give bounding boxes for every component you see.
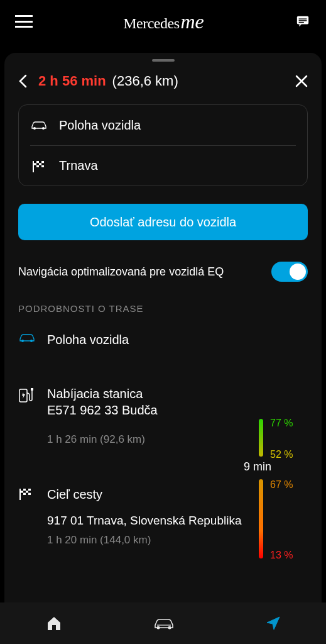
battery-after-charge-pct: 67 % (270, 479, 293, 491)
logo-text-b: me (180, 10, 204, 33)
svg-rect-17 (31, 388, 33, 391)
eq-toggle-label: Navigácia optimalizovaná pre vozidlá EQ (18, 265, 271, 279)
details-section-title: PODROBNOSTI O TRASE (4, 303, 322, 331)
charger-icon (18, 386, 37, 403)
svg-rect-6 (33, 161, 34, 172)
detail-dest-title: Cieľ cesty (47, 486, 245, 502)
car-icon (30, 120, 48, 130)
svg-rect-1 (299, 18, 307, 19)
bottom-nav (0, 602, 326, 644)
app-logo: Mercedes me (123, 10, 204, 33)
route-to-label: Trnava (59, 158, 98, 173)
trip-distance: (236,6 km) (112, 73, 178, 89)
svg-point-14 (21, 340, 24, 342)
svg-rect-10 (36, 163, 39, 165)
svg-rect-18 (19, 489, 21, 500)
svg-rect-8 (34, 161, 36, 163)
detail-start-title: Poloha vozidla (47, 331, 245, 348)
detail-charge-leg: 1 h 26 min (92,6 km) (47, 433, 245, 446)
logo-text-a: Mercedes (123, 15, 179, 32)
svg-point-15 (30, 340, 33, 342)
send-to-vehicle-button[interactable]: Odoslať adresu do vozidla (18, 204, 308, 240)
detail-dest-address: 917 01 Trnava, Slovenská Republika (47, 514, 245, 528)
messages-button[interactable] (295, 14, 311, 28)
back-button[interactable] (18, 74, 27, 88)
battery-arrive-charge-pct: 52 % (270, 449, 293, 460)
route-inputs: Poloha vozidla Trnava (18, 104, 308, 186)
svg-rect-11 (41, 163, 44, 165)
svg-rect-21 (26, 489, 28, 491)
car-icon (18, 331, 37, 343)
eq-toggle[interactable] (271, 262, 308, 282)
route-from-row[interactable]: Poloha vozidla (30, 105, 296, 145)
battery-arrive-dest-pct: 13 % (270, 550, 293, 561)
drag-handle[interactable] (152, 59, 175, 62)
svg-rect-13 (39, 165, 41, 167)
battery-start-pct: 77 % (270, 418, 293, 429)
svg-rect-25 (26, 493, 28, 495)
nav-home[interactable] (45, 614, 63, 632)
trip-duration: 2 h 56 min (38, 73, 106, 89)
svg-rect-12 (34, 165, 36, 167)
menu-button[interactable] (15, 15, 33, 28)
nav-navigate[interactable] (265, 615, 281, 631)
svg-rect-3 (299, 22, 304, 23)
svg-point-26 (156, 626, 160, 630)
gauge-segment-1 (259, 419, 263, 457)
flag-icon (18, 486, 37, 500)
detail-charge-title: Nabíjacia stanica (47, 386, 245, 402)
svg-point-4 (33, 127, 36, 130)
svg-rect-23 (28, 491, 31, 492)
charge-wait-time: 9 min (244, 460, 271, 474)
route-panel: 2 h 56 min (236,6 km) Poloha vozidla Trn… (4, 53, 322, 602)
flag-icon (30, 160, 48, 172)
svg-rect-0 (297, 16, 308, 25)
detail-destination: Cieľ cesty 917 01 Trnava, Slovenská Repu… (18, 486, 308, 562)
svg-point-27 (168, 626, 171, 630)
svg-rect-9 (39, 161, 41, 163)
svg-rect-20 (21, 489, 23, 491)
svg-point-5 (42, 127, 45, 130)
detail-dest-leg: 1 h 20 min (144,0 km) (47, 534, 245, 547)
svg-rect-22 (23, 491, 26, 492)
svg-rect-2 (299, 20, 307, 21)
route-from-label: Poloha vozidla (59, 118, 141, 133)
gauge-segment-2 (259, 479, 263, 558)
route-to-row[interactable]: Trnava (30, 145, 296, 186)
detail-start: Poloha vozidla (18, 331, 308, 386)
close-button[interactable] (295, 75, 308, 87)
svg-rect-24 (21, 493, 23, 495)
nav-vehicle[interactable] (153, 617, 175, 630)
detail-charge-subtitle: E571 962 33 Budča (47, 402, 245, 418)
